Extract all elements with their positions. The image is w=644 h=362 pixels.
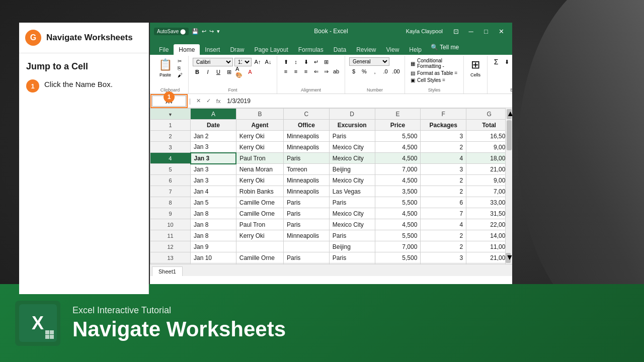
cell-a10[interactable]: Jan 8 — [191, 219, 236, 230]
cell-e5[interactable]: 7,000 — [375, 164, 421, 175]
percent-button[interactable]: % — [360, 67, 369, 76]
vertical-scrollbar[interactable]: ▲ ▼ — [505, 108, 512, 264]
format-painter-button[interactable]: 🖌 — [176, 72, 184, 78]
number-format-select[interactable]: General — [349, 57, 389, 66]
ribbon-display-icon[interactable]: ⊡ — [449, 24, 463, 38]
scroll-up-button[interactable]: ▲ — [507, 109, 512, 119]
cell-d3[interactable]: Mexico City — [329, 142, 375, 153]
decrease-decimal-button[interactable]: .00 — [391, 67, 400, 76]
redo-icon[interactable]: ↪ — [209, 28, 214, 35]
cancel-formula-button[interactable]: ✕ — [194, 97, 203, 106]
cell-c2[interactable]: Minneapolis — [284, 131, 330, 142]
cell-a9[interactable]: Jan 8 — [191, 208, 236, 219]
cell-f8[interactable]: 6 — [421, 197, 466, 208]
cell-a6[interactable]: Jan 3 — [191, 175, 236, 186]
cell-styles-button[interactable]: ▣ Cell Styles = — [409, 77, 459, 83]
increase-font-icon[interactable]: A↑ — [253, 57, 262, 66]
col-header-d[interactable]: D — [329, 109, 375, 120]
cell-a8[interactable]: Jan 5 — [191, 197, 236, 208]
cell-a5[interactable]: Jan 3 — [191, 164, 236, 175]
cell-e6[interactable]: 4,500 — [375, 175, 421, 186]
autosave-toggle[interactable]: AutoSave ⬤ — [154, 28, 189, 35]
cell-a1[interactable]: Date — [191, 120, 236, 131]
tab-view[interactable]: View — [381, 44, 405, 55]
align-bottom-button[interactable]: ⬇ — [301, 57, 310, 66]
scroll-thumb[interactable] — [507, 120, 512, 150]
cell-b8[interactable]: Camille Orne — [236, 197, 283, 208]
bold-button[interactable]: B — [193, 67, 202, 76]
cell-f2[interactable]: 3 — [421, 131, 466, 142]
cell-d10[interactable]: Mexico City — [329, 219, 375, 230]
cell-d1[interactable]: Excursion — [329, 120, 375, 131]
sum-button[interactable]: Σ — [492, 57, 501, 66]
tab-review[interactable]: Review — [351, 44, 381, 55]
align-right-button[interactable]: ≡ — [301, 67, 310, 76]
cell-c5[interactable]: Torreon — [284, 164, 330, 175]
tab-file[interactable]: File — [154, 44, 174, 55]
decrease-font-icon[interactable]: A↓ — [264, 57, 273, 66]
col-header-c[interactable]: C — [284, 109, 330, 120]
col-header-b[interactable]: B — [236, 109, 283, 120]
cell-e7[interactable]: 3,500 — [375, 186, 421, 197]
cell-c3[interactable]: Minneapolis — [284, 142, 330, 153]
cell-d7[interactable]: Las Vegas — [329, 186, 375, 197]
confirm-formula-button[interactable]: ✓ — [204, 97, 213, 106]
cell-c6[interactable]: Minneapolis — [284, 175, 330, 186]
cell-f1[interactable]: Packages — [421, 120, 466, 131]
cell-a11[interactable]: Jan 8 — [191, 230, 236, 241]
wrap-text-button[interactable]: ↵ — [311, 57, 320, 66]
tab-formulas[interactable]: Formulas — [293, 44, 329, 55]
tab-draw[interactable]: Draw — [225, 44, 249, 55]
cell-d4[interactable]: Mexico City — [329, 153, 375, 164]
fill-button[interactable]: ⬇ — [502, 57, 511, 66]
cell-a2[interactable]: Jan 2 — [191, 131, 236, 142]
cell-b1[interactable]: Agent — [236, 120, 283, 131]
cell-a3[interactable]: Jan 3 — [191, 142, 236, 153]
cell-f7[interactable]: 2 — [421, 186, 466, 197]
fill-color-button[interactable]: A🎨 — [235, 67, 244, 76]
italic-button[interactable]: I — [203, 67, 212, 76]
cell-e4[interactable]: 4,500 — [375, 153, 421, 164]
cell-d8[interactable]: Paris — [329, 197, 375, 208]
cell-d5[interactable]: Beijing — [329, 164, 375, 175]
restore-button[interactable]: □ — [479, 24, 493, 38]
cell-f3[interactable]: 2 — [421, 142, 466, 153]
cell-e10[interactable]: 4,500 — [375, 219, 421, 230]
cell-f12[interactable]: 2 — [421, 241, 466, 252]
cell-a7[interactable]: Jan 4 — [191, 186, 236, 197]
cell-f6[interactable]: 2 — [421, 175, 466, 186]
cell-b11[interactable]: Kerry Oki — [236, 230, 283, 241]
cell-e13[interactable]: 5,500 — [375, 252, 421, 263]
tab-home[interactable]: Home — [174, 44, 200, 55]
cell-c12[interactable] — [284, 241, 330, 252]
font-size-select[interactable]: 11 — [234, 58, 252, 66]
cell-e12[interactable]: 7,000 — [375, 241, 421, 252]
currency-button[interactable]: $ — [349, 67, 358, 76]
cell-b9[interactable]: Camille Orne — [236, 208, 283, 219]
cell-f4[interactable]: 4 — [421, 153, 466, 164]
cell-b13[interactable]: Camille Orne — [236, 252, 283, 263]
cell-d11[interactable]: Paris — [329, 230, 375, 241]
cell-f13[interactable]: 3 — [421, 252, 466, 263]
cell-e1[interactable]: Price — [375, 120, 421, 131]
copy-button[interactable]: ⎘ — [176, 65, 184, 71]
save-icon[interactable]: 💾 — [192, 28, 199, 35]
cell-e14[interactable]: 7,000 — [375, 263, 421, 264]
cell-e9[interactable]: 4,500 — [375, 208, 421, 219]
close-button[interactable]: ✕ — [494, 24, 508, 38]
font-color-button[interactable]: A — [246, 67, 255, 76]
tab-help[interactable]: Help — [404, 44, 427, 55]
cell-f10[interactable]: 4 — [421, 219, 466, 230]
cell-b3[interactable]: Kerry Oki — [236, 142, 283, 153]
cell-c8[interactable]: Paris — [284, 197, 330, 208]
cell-b4[interactable]: Paul Tron — [236, 153, 283, 164]
tab-data[interactable]: Data — [329, 44, 351, 55]
align-center-button[interactable]: ≡ — [291, 67, 300, 76]
comma-button[interactable]: , — [370, 67, 379, 76]
align-middle-button[interactable]: ↕ — [291, 57, 300, 66]
cut-button[interactable]: ✂ — [176, 58, 184, 64]
col-header-e[interactable]: E — [375, 109, 421, 120]
cell-e2[interactable]: 5,500 — [375, 131, 421, 142]
cell-d14[interactable]: Beijing — [329, 263, 375, 264]
align-left-button[interactable]: ≡ — [281, 67, 290, 76]
